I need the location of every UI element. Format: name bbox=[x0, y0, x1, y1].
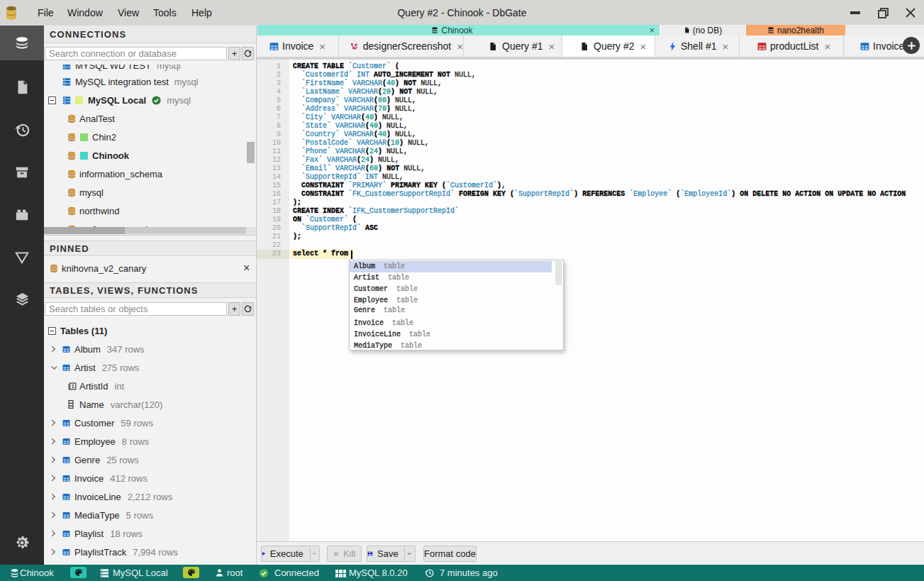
svg-text:1: 1 bbox=[72, 383, 74, 389]
